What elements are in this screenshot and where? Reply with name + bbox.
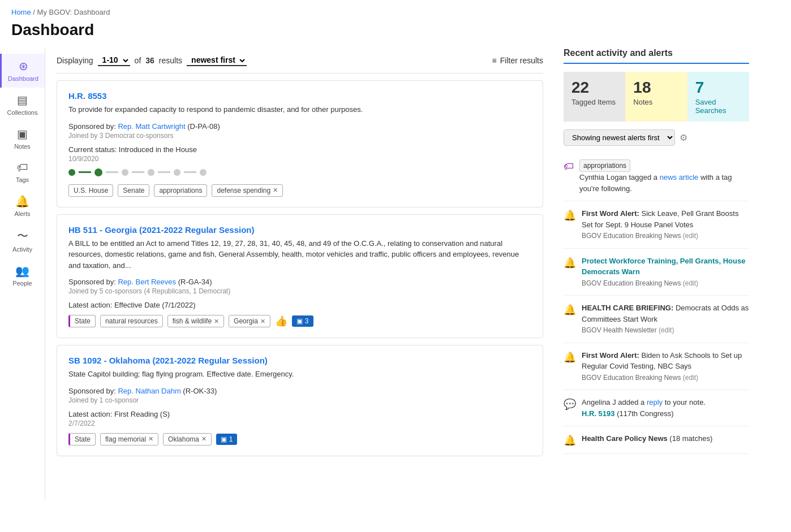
filter-button[interactable]: ≡ Filter results [492, 56, 543, 65]
notes-count: 3 [305, 317, 309, 325]
tag-remove[interactable]: ✕ [273, 187, 278, 194]
alert-link[interactable]: news article [660, 173, 699, 181]
notes-icon-small: ▣ [221, 435, 227, 443]
alert-reply-link[interactable]: reply [647, 398, 663, 406]
alert-title-link[interactable]: Protect Workforce Training, Pell Grants,… [582, 257, 745, 276]
tag-item[interactable]: natural resources [100, 315, 163, 327]
right-panel: Recent activity and alerts 22 Tagged Ite… [554, 48, 758, 500]
sidebar-item-notes[interactable]: ▣ Notes [0, 122, 45, 155]
sidebar-item-label: Activity [12, 246, 32, 253]
alert-bold: First Word Alert: [582, 351, 639, 360]
alert-source: BGOV Education Breaking News [582, 232, 683, 240]
thumbs-up-icon[interactable]: 👍 [275, 315, 287, 327]
sidebar-item-dashboard[interactable]: ⊛ Dashboard [0, 54, 45, 88]
tag-item[interactable]: Georgia ✕ [229, 315, 270, 327]
alert-item: 🔔 HEALTH CARE BRIEFING: Democrats at Odd… [564, 296, 749, 343]
sponsor-label: Sponsored by: [68, 122, 118, 131]
progress-dot [122, 169, 128, 176]
alert-edit-link[interactable]: (edit) [683, 374, 698, 382]
bill-status: Latest action: First Reading (S) [68, 410, 531, 418]
filter-icon: ≡ [492, 56, 497, 65]
tag-item[interactable]: fish & wildlife ✕ [167, 315, 224, 327]
stat-number: 22 [571, 79, 617, 97]
bill-title[interactable]: H.R. 8553 [68, 91, 107, 101]
alert-source: BGOV Education Breaking News [582, 374, 683, 382]
alert-content: First Word Alert: Sick Leave, Pell Grant… [582, 208, 749, 241]
displaying-label: Displaying [57, 56, 93, 65]
notes-badge[interactable]: ▣ 1 [216, 434, 238, 445]
stat-card-searches[interactable]: 7 Saved Searches [687, 72, 749, 122]
sponsor-label: Sponsored by: [68, 387, 118, 395]
sponsor-link[interactable]: Rep. Matt Cartwright [118, 122, 185, 131]
sidebar-item-tags[interactable]: 🏷 Tags [0, 155, 45, 189]
alert-text-after: to your note. [665, 398, 706, 406]
sponsor-info: (R-GA-34) [178, 278, 212, 286]
sidebar-item-collections[interactable]: ▤ Collections [0, 88, 45, 122]
alert-source: BGOV Health Newsletter [582, 326, 659, 334]
alert-text: Angelina J added a [582, 398, 647, 406]
tag-item[interactable]: Oklahoma ✕ [163, 433, 212, 446]
tag-item[interactable]: Senate [118, 184, 149, 197]
tag-state[interactable]: State [68, 315, 96, 327]
bill-status: Current status: Introduced in the House [68, 145, 531, 154]
tag-remove[interactable]: ✕ [214, 318, 219, 325]
progress-dot [148, 169, 154, 176]
tag-item[interactable]: defense spending ✕ [212, 184, 283, 197]
sponsor-link[interactable]: Rep. Nathan Dahm [118, 387, 180, 395]
alert-sort-select[interactable]: Showing newest alerts first Showing olde… [564, 129, 675, 146]
tag-item[interactable]: flag memorial ✕ [100, 433, 158, 446]
note-reply-icon: 💬 [564, 398, 576, 419]
sponsor-info: (D-PA-08) [187, 122, 220, 131]
sidebar-item-people[interactable]: 👥 People [0, 258, 45, 292]
progress-bar [68, 168, 531, 176]
total-count: 36 [145, 56, 154, 65]
sponsor-link[interactable]: Rep. Bert Reeves [118, 278, 176, 286]
sidebar-item-alerts[interactable]: 🔔 Alerts [0, 189, 45, 223]
bill-title[interactable]: HB 511 - Georgia (2021-2022 Regular Sess… [68, 225, 254, 235]
bill-title[interactable]: SB 1092 - Oklahoma (2021-2022 Regular Se… [68, 356, 268, 365]
stat-card-tagged[interactable]: 22 Tagged Items [564, 72, 625, 122]
settings-icon[interactable]: ⚙ [680, 132, 687, 143]
tag-item[interactable]: appropriations [154, 184, 207, 197]
tag-alert-icon: 🏷 [564, 161, 574, 194]
bill-date: 2/7/2022 [68, 419, 531, 427]
alert-tag-badge: appropriations [579, 159, 630, 172]
tag-remove[interactable]: ✕ [201, 435, 207, 443]
sidebar-item-label: Alerts [14, 210, 30, 217]
alert-bold: HEALTH CARE BRIEFING: [582, 304, 673, 312]
progress-dot [94, 168, 102, 176]
sidebar-item-activity[interactable]: 〜 Activity [0, 223, 45, 258]
alert-bold: Health Care Policy News [582, 434, 668, 443]
stat-card-notes[interactable]: 18 Notes [625, 72, 687, 122]
sort-select[interactable]: newest first oldest first [187, 55, 247, 66]
alert-bell-icon: 🔔 [564, 351, 576, 383]
progress-dot [174, 169, 180, 176]
stat-label: Tagged Items [571, 98, 617, 106]
tag-remove[interactable]: ✕ [260, 318, 265, 325]
alert-item: 🔔 Health Care Policy News (18 matches) [564, 426, 749, 454]
bill-card: H.R. 8553 To provide for expanded capaci… [57, 80, 543, 207]
stat-number: 7 [695, 79, 741, 97]
collections-icon: ▤ [17, 93, 28, 107]
alert-bell-icon: 🔔 [564, 434, 576, 447]
toolbar: Displaying 1-10 1-25 1-50 of 36 results … [57, 48, 543, 73]
bill-sponsor: Sponsored by: Rep. Nathan Dahm (R-OK-33) [68, 387, 531, 395]
tag-remove[interactable]: ✕ [148, 435, 153, 443]
alert-edit-link[interactable]: (edit) [683, 232, 698, 240]
right-panel-title: Recent activity and alerts [564, 48, 749, 64]
notes-badge[interactable]: ▣ 3 [292, 315, 313, 327]
tag-state[interactable]: State [68, 433, 96, 446]
alert-content: appropriations Cynthia Logan tagged a ne… [579, 159, 749, 194]
progress-line [132, 171, 144, 173]
tag-item[interactable]: U.S. House [68, 184, 113, 197]
bill-cosponsor: Joined by 1 co-sponsor [68, 396, 531, 404]
bill-sponsor: Sponsored by: Rep. Bert Reeves (R-GA-34) [68, 278, 531, 286]
sidebar: ⊛ Dashboard ▤ Collections ▣ Notes 🏷 Tags… [0, 48, 45, 500]
range-select[interactable]: 1-10 1-25 1-50 [98, 55, 130, 66]
alert-edit-link[interactable]: (edit) [683, 279, 698, 287]
alert-bill-ref[interactable]: H.R. 5193 [582, 409, 615, 418]
notes-count: 1 [229, 435, 233, 443]
alert-edit-link[interactable]: (edit) [659, 326, 674, 334]
breadcrumb-home[interactable]: Home [11, 8, 31, 16]
page-title: Dashboard [0, 19, 791, 48]
